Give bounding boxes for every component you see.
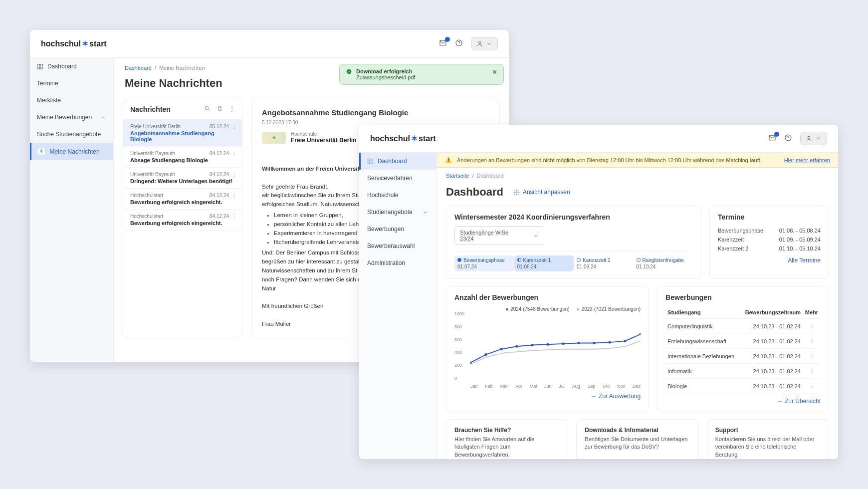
chart-ylabel: 0 (454, 376, 457, 381)
user-menu[interactable] (471, 37, 498, 50)
svg-point-16 (484, 353, 487, 356)
mail-signoff: Mit freundlichen Grüßen (262, 303, 323, 309)
nav-bewerberauswahl[interactable]: Bewerberauswahl (359, 238, 436, 254)
message-item[interactable]: Hochschulstart Bewerbung erfolgreich ein… (123, 189, 242, 210)
nav-dashboard[interactable]: Dashboard (359, 153, 436, 170)
row-kebab-icon[interactable]: ⋮ (803, 319, 821, 334)
table-row: Informatik24.10.23 - 01.02.24⋮ (665, 364, 821, 379)
header-tools (439, 37, 498, 50)
termine-row: Bewerbungsphase01.08. - 05.08.24 (718, 226, 821, 235)
nav-suche[interactable]: Suche Studienangebote (30, 126, 113, 143)
legend-2024: 2024 (7548 Bewerbungen) (505, 306, 569, 312)
user-menu[interactable] (800, 132, 827, 145)
logo: hochschul ✶ start (41, 39, 107, 48)
row-kebab-icon[interactable]: ⋮ (803, 334, 821, 349)
svg-point-20 (546, 343, 549, 346)
nav-termine[interactable]: Termine (30, 75, 113, 92)
svg-rect-4 (38, 67, 40, 69)
dropdown-value: Studiengänge WiSe 23/24 (460, 230, 521, 242)
nav-nachrichten[interactable]: 4 Meine Nachrichten (30, 143, 113, 160)
phase-dot-icon (517, 258, 521, 262)
dashboard-window: hochschul ✶ start Dashboard (359, 125, 838, 459)
chart-xlabel: Jan (470, 384, 478, 389)
kebab-icon[interactable]: ⋮ (231, 151, 237, 157)
help-text: Benötigen Sie Dokumente und Unterlagen z… (585, 436, 690, 451)
customize-view-button[interactable]: Ansicht anpassen (513, 189, 570, 196)
message-subject: Angebotsannahme Studiengang Biologie (130, 130, 235, 142)
cell-zeitraum: 24.10.23 - 01.02.24 (743, 334, 803, 349)
nav-hochschule[interactable]: Hochschule (359, 187, 436, 204)
kebab-icon[interactable]: ⋮ (231, 124, 237, 130)
alle-termine-link[interactable]: Alle Termine (718, 257, 821, 264)
th-studiengang: Studiengang (665, 306, 743, 319)
row-kebab-icon[interactable]: ⋮ (803, 364, 821, 379)
termine-date: 01.09. - 05.09.24 (779, 237, 821, 243)
kebab-icon[interactable]: ⋮ (231, 193, 237, 199)
message-item[interactable]: Hochschulstart Bewerbung erfolgreich ein… (123, 210, 242, 231)
messages-icon[interactable] (768, 134, 776, 143)
svg-point-22 (578, 342, 580, 344)
table-row: Erziehungswissenschaft24.10.23 - 01.02.2… (665, 334, 821, 349)
chart-xlabel: Nov (617, 384, 625, 389)
nav-studien-label: Studienangebote (367, 209, 413, 216)
nav-service[interactable]: Serviceverfahren (359, 170, 436, 187)
kebab-icon[interactable]: ⋮ (229, 105, 235, 113)
breadcrumb-sep: / (155, 65, 156, 71)
help-icon[interactable] (784, 134, 792, 143)
termine-row: Karenzzeit01.09. - 05.09.24 (718, 235, 821, 244)
semester-dropdown[interactable]: Studiengänge WiSe 23/24 (454, 226, 544, 245)
nav-studienangebote[interactable]: Studienangebote (359, 204, 436, 221)
message-subject: Dringend: Weitere Unterlagen benötigt! (130, 178, 235, 184)
breadcrumb-root[interactable]: Startseite (446, 173, 469, 179)
nav-bewerbungen[interactable]: Bewerbungen (359, 221, 436, 238)
chart-xlabel: Aug (572, 384, 580, 389)
termine-row: Karenzzeit 201.10. - 05.10.24 (718, 244, 821, 253)
bewerbungen-card: Bewerbungen Studiengang Bewerbungszeitra… (657, 286, 829, 412)
nav-administration[interactable]: Administration (359, 254, 436, 271)
svg-point-25 (624, 340, 627, 342)
warning-banner: ⚠️ Änderungen an Bewerbungen sind nicht … (437, 153, 838, 168)
phase-dot-icon (637, 258, 641, 262)
help-title: Brauchen Sie Hilfe? (454, 427, 560, 434)
trash-icon[interactable] (217, 105, 223, 113)
message-subject: Bewerbung erfolgreich eingereicht. (130, 220, 235, 226)
grid-icon (37, 63, 43, 70)
message-item[interactable]: Universität Bayreuth Dringend: Weitere U… (123, 168, 242, 189)
nav-bewerbungen[interactable]: Meine Bewerbungen (30, 109, 113, 126)
koord-title: Wintersemester 2024 Koordinierungsverfah… (454, 213, 693, 221)
th-zeitraum: Bewerbungszeitraum (743, 306, 803, 319)
message-date: 04.12.24 (210, 193, 229, 198)
cell-studiengang: Erziehungswissenschaft (665, 334, 743, 349)
chart-xlabel: Dez (633, 384, 641, 389)
chart-title: Anzahl der Bewerbungen (454, 293, 641, 301)
chart-ylabel: 200 (454, 363, 462, 368)
mail-signer: Frau Müller (262, 321, 291, 327)
zur-uebersicht-link[interactable]: →Zur Übersicht (777, 398, 821, 405)
svg-point-18 (515, 345, 518, 348)
logo-star-icon: ✶ (82, 39, 88, 48)
svg-point-6 (347, 69, 352, 74)
banner-link[interactable]: Hier mehr erfahren (784, 157, 830, 163)
header: hochschul ✶ start (30, 30, 509, 58)
row-kebab-icon[interactable]: ⋮ (803, 349, 821, 364)
search-icon[interactable] (204, 105, 211, 113)
kebab-icon[interactable]: ⋮ (231, 172, 237, 178)
zur-auswertung-link[interactable]: →Zur Auswertung (591, 393, 641, 400)
message-item[interactable]: Universität Bayreuth Absage Studiengang … (123, 147, 242, 168)
nav-merkliste[interactable]: Merkliste (30, 92, 113, 109)
message-date: 04.12.24 (210, 172, 229, 177)
row-kebab-icon[interactable]: ⋮ (803, 379, 821, 394)
help-icon[interactable] (455, 39, 463, 48)
university-logo: ◉ (262, 132, 286, 144)
phase-step: Bewerbungsphase01.07.24 (454, 255, 514, 271)
toast-close-button[interactable]: ✕ (492, 68, 497, 76)
breadcrumb-root[interactable]: Dashboard (125, 65, 152, 71)
messages-icon[interactable] (439, 39, 447, 48)
svg-point-9 (808, 136, 810, 138)
nav-dashboard[interactable]: Dashboard (30, 58, 113, 75)
breadcrumb-sep: / (472, 173, 473, 179)
message-item[interactable]: Freie Universität Berlin Angebotsannahme… (123, 120, 242, 147)
nav-dashboard-label: Dashboard (47, 63, 77, 70)
kebab-icon[interactable]: ⋮ (231, 214, 237, 220)
legend-2023: 2023 (7021 Bewerbungen) (577, 306, 641, 312)
